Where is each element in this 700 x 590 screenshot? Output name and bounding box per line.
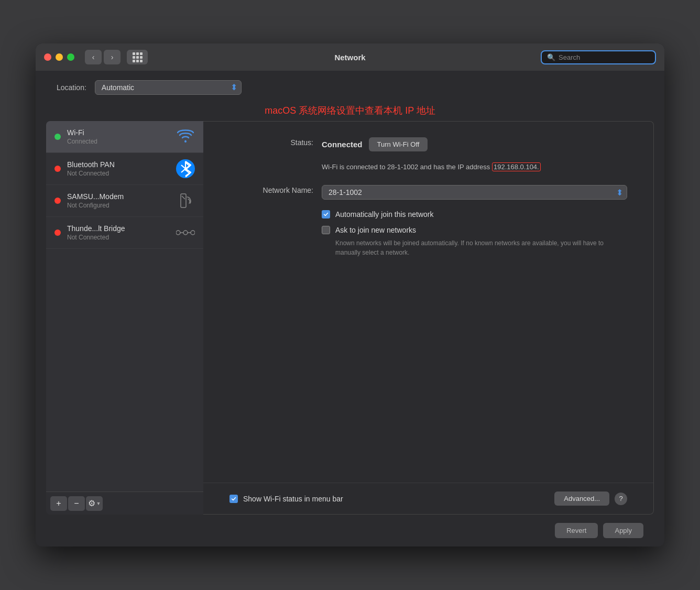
apply-button[interactable]: Apply xyxy=(603,523,643,538)
svg-point-7 xyxy=(191,231,195,235)
back-button[interactable]: ‹ xyxy=(85,50,102,64)
network-preferences-window: ‹ › Network 🔍 Location: Automatic Edit L… xyxy=(36,43,664,547)
status-value: Connected xyxy=(322,140,363,149)
svg-point-0 xyxy=(184,140,187,143)
content-area: Location: Automatic Edit Locations... ⬍ … xyxy=(36,71,664,547)
location-row: Location: Automatic Edit Locations... ⬍ xyxy=(36,71,664,104)
modem-icon xyxy=(176,191,195,210)
auto-join-row: Automatically join this network xyxy=(229,210,627,218)
annotation-row: macOS 系统网络设置中查看本机 IP 地址 xyxy=(36,104,664,121)
bridge-status-dot xyxy=(54,230,61,236)
sidebar-item-wifi[interactable]: Wi-Fi Connected xyxy=(46,121,203,153)
turn-wifi-off-button[interactable]: Turn Wi-Fi Off xyxy=(369,137,428,151)
right-bottom: Show Wi-Fi status in menu bar Advanced..… xyxy=(203,483,653,514)
wifi-name: Wi-Fi xyxy=(67,128,170,137)
svg-point-5 xyxy=(176,231,180,235)
network-name-value-area: 28-1-1002 ⬍ xyxy=(313,185,627,200)
ask-join-description: Known networks will be joined automatica… xyxy=(229,238,627,257)
grid-icon xyxy=(133,52,143,62)
advanced-button[interactable]: Advanced... xyxy=(554,491,609,506)
status-description-text: Wi-Fi is connected to 28-1-1002 and has … xyxy=(322,163,490,171)
gear-button[interactable]: ⚙ ▼ xyxy=(86,496,103,511)
network-name-dropdown[interactable]: 28-1-1002 xyxy=(322,185,627,200)
status-description: Wi-Fi is connected to 28-1-1002 and has … xyxy=(229,162,627,172)
wifi-status: Connected xyxy=(67,138,170,145)
wifi-info: Wi-Fi Connected xyxy=(67,128,170,145)
minimize-button[interactable] xyxy=(56,53,63,61)
right-panel: Status: Connected Turn Wi-Fi Off Wi-Fi i… xyxy=(203,121,654,515)
bluetooth-status-dot xyxy=(54,166,61,172)
wifi-icon xyxy=(176,127,195,146)
sidebar-item-bluetooth[interactable]: Bluetooth PAN Not Connected xyxy=(46,153,203,185)
status-value-area: Connected Turn Wi-Fi Off xyxy=(313,137,627,151)
bridge-info: Thunde...lt Bridge Not Connected xyxy=(67,224,170,241)
revert-button[interactable]: Revert xyxy=(555,523,598,538)
bluetooth-info: Bluetooth PAN Not Connected xyxy=(67,160,170,177)
sidebar-toolbar: + − ⚙ ▼ xyxy=(46,491,203,515)
location-select-wrapper: Automatic Edit Locations... ⬍ xyxy=(95,80,242,95)
svg-line-2 xyxy=(181,165,185,169)
remove-service-button[interactable]: − xyxy=(68,496,85,511)
sidebar-item-modem[interactable]: SAMSU...Modem Not Configured xyxy=(46,185,203,217)
location-label: Location: xyxy=(57,83,86,92)
add-service-button[interactable]: + xyxy=(50,496,67,511)
forward-button[interactable]: › xyxy=(104,50,121,64)
sidebar-item-bridge[interactable]: Thunde...lt Bridge Not Connected xyxy=(46,217,203,249)
network-name-wrapper: 28-1-1002 ⬍ xyxy=(322,185,627,200)
window-title: Network xyxy=(334,53,365,62)
bluetooth-icon xyxy=(176,159,195,178)
ask-join-label: Ask to join new networks xyxy=(335,226,416,234)
search-icon: 🔍 xyxy=(547,53,555,61)
modem-status: Not Configured xyxy=(67,202,170,209)
network-name-label: Network Name: xyxy=(229,185,313,194)
close-button[interactable] xyxy=(44,53,51,61)
title-bar: ‹ › Network 🔍 xyxy=(36,43,664,71)
modem-info: SAMSU...Modem Not Configured xyxy=(67,192,170,209)
search-box[interactable]: 🔍 xyxy=(541,50,656,64)
auto-join-label: Automatically join this network xyxy=(335,210,434,218)
maximize-button[interactable] xyxy=(67,53,74,61)
main-panel: Wi-Fi Connected xyxy=(46,121,654,515)
wifi-status-dot xyxy=(54,134,61,140)
show-wifi-checkbox[interactable] xyxy=(229,495,238,503)
ask-join-row: Ask to join new networks xyxy=(229,226,627,234)
modem-status-dot xyxy=(54,198,61,204)
network-name-row: Network Name: 28-1-1002 ⬍ xyxy=(229,185,627,200)
svg-point-6 xyxy=(183,231,188,235)
grid-view-button[interactable] xyxy=(127,50,148,64)
bottom-buttons: Advanced... ? xyxy=(554,491,627,506)
bridge-icon xyxy=(176,223,195,242)
status-row: Status: Connected Turn Wi-Fi Off xyxy=(229,137,627,151)
show-wifi-row: Show Wi-Fi status in menu bar xyxy=(229,495,343,503)
search-input[interactable] xyxy=(559,53,650,61)
ask-join-checkbox[interactable] xyxy=(322,226,330,234)
nav-buttons: ‹ › xyxy=(85,50,121,64)
status-label: Status: xyxy=(229,137,313,147)
annotation-text: macOS 系统网络设置中查看本机 IP 地址 xyxy=(265,104,435,117)
gear-icon: ⚙ xyxy=(88,498,95,508)
svg-line-3 xyxy=(181,169,185,172)
sidebar-list: Wi-Fi Connected xyxy=(46,121,203,491)
bluetooth-status: Not Connected xyxy=(67,170,170,177)
right-content: Status: Connected Turn Wi-Fi Off Wi-Fi i… xyxy=(203,122,653,483)
bridge-status: Not Connected xyxy=(67,234,170,241)
sidebar: Wi-Fi Connected xyxy=(46,121,203,515)
help-button[interactable]: ? xyxy=(615,493,627,505)
modem-name: SAMSU...Modem xyxy=(67,192,170,201)
show-wifi-label: Show Wi-Fi status in menu bar xyxy=(243,495,343,503)
auto-join-checkbox[interactable] xyxy=(322,210,330,218)
ip-address: 192.168.0.104. xyxy=(492,162,541,171)
bluetooth-name: Bluetooth PAN xyxy=(67,160,170,169)
svg-line-4 xyxy=(182,196,185,199)
window-bottom: Revert Apply xyxy=(36,515,664,547)
location-dropdown[interactable]: Automatic Edit Locations... xyxy=(95,80,242,95)
bridge-name: Thunde...lt Bridge xyxy=(67,224,170,233)
traffic-lights xyxy=(44,53,74,61)
gear-chevron-icon: ▼ xyxy=(96,501,101,506)
